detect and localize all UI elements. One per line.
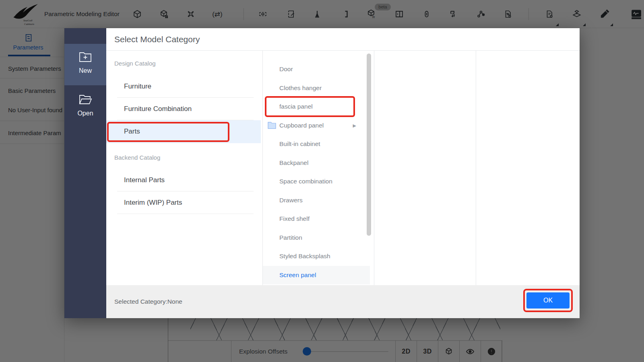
ok-button[interactable]: OK	[526, 292, 570, 309]
annotation-box-ok: OK	[523, 289, 573, 312]
dialog-footer: Selected Category:None OK	[106, 285, 580, 318]
app-window: SeaGull Cabinets Parametric Modeling Edi…	[0, 0, 644, 362]
subcategory-drawers[interactable]: Drawers	[263, 191, 374, 210]
scrollbar-thumb[interactable]	[367, 53, 371, 236]
new-button[interactable]: New	[64, 44, 106, 85]
folder-open-icon	[78, 93, 93, 106]
annotation-box-parts	[107, 122, 229, 142]
subcategory-door[interactable]: Door	[263, 60, 374, 78]
open-button-label: Open	[64, 110, 106, 117]
catalog-item-interim-wip-parts[interactable]: Interim (WIP) Parts	[117, 191, 254, 214]
detail-column-empty	[374, 51, 476, 285]
select-model-category-dialog: New Open Select Model Category Design Ca…	[64, 28, 580, 318]
group-backend-catalog: Backend Catalog	[114, 150, 160, 165]
subcategory-cupboard-panel[interactable]: Cupboard panel ▶	[263, 116, 374, 135]
subcategory-clothes-hanger[interactable]: Clothes hanger	[263, 79, 374, 97]
catalog-item-furniture[interactable]: Furniture	[117, 75, 254, 98]
subcategory-styled-backsplash[interactable]: Styled Backsplash	[263, 247, 374, 265]
subcategory-screen-panel[interactable]: Screen panel	[263, 266, 370, 284]
subcategory-backpanel[interactable]: Backpanel	[263, 154, 374, 172]
preview-column-empty	[476, 51, 580, 285]
catalog-item-furniture-combination[interactable]: Furniture Combination	[117, 98, 254, 120]
dialog-title: Select Model Category	[114, 28, 580, 51]
subcategory-fixed-shelf[interactable]: Fixed shelf	[263, 210, 374, 228]
folder-plus-icon	[78, 50, 93, 63]
new-button-label: New	[64, 67, 106, 74]
subcategory-space-combination[interactable]: Space combination	[263, 172, 374, 191]
annotation-box-fascia-panel	[265, 96, 355, 117]
subcategory-column: Door Clothes hanger fascia panel Cupboar…	[262, 51, 374, 285]
subcategory-partition[interactable]: Partition	[263, 228, 374, 247]
dialog-nav-strip: New Open	[64, 28, 106, 318]
folder-icon	[267, 121, 277, 130]
dialog-header: Select Model Category	[106, 28, 580, 51]
group-design-catalog: Design Catalog	[114, 56, 156, 71]
open-button[interactable]: Open	[64, 86, 106, 127]
selected-category-status: Selected Category:None	[114, 285, 182, 318]
subcategory-built-in-cabinet[interactable]: Built-in cabinet	[263, 135, 374, 153]
chevron-right-icon: ▶	[353, 116, 356, 135]
catalog-item-internal-parts[interactable]: Internal Parts	[117, 169, 254, 191]
catalog-column: Design Catalog Furniture Furniture Combi…	[106, 51, 262, 285]
